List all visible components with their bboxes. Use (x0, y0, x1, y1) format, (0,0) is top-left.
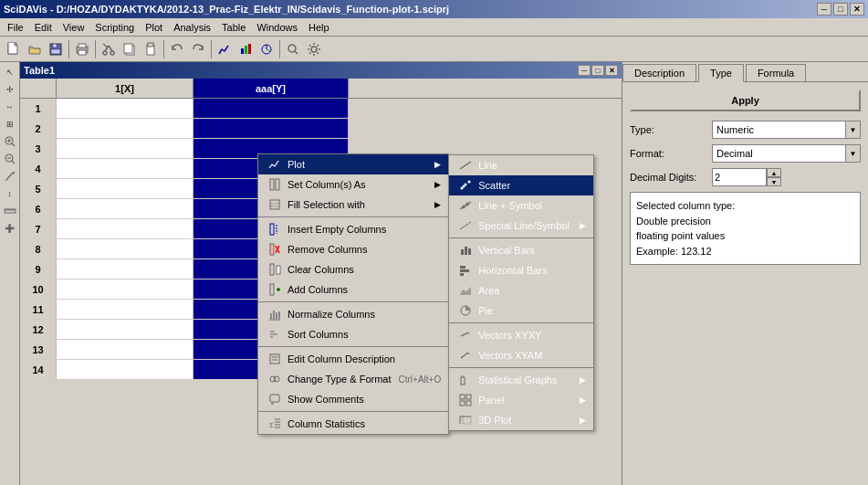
lt-arrow[interactable]: ↕ (2, 185, 18, 202)
menu-windows[interactable]: Windows (251, 18, 303, 37)
td-col1[interactable] (57, 300, 193, 319)
spin-up[interactable]: ▲ (767, 168, 781, 177)
stat-icon (456, 371, 475, 389)
menu-help[interactable]: Help (303, 18, 335, 37)
ctx-plot[interactable]: Plot ▶ Line (258, 154, 448, 174)
tab-formula[interactable]: Formula (746, 64, 806, 82)
tb-paste[interactable] (141, 39, 161, 59)
apply-button[interactable]: Apply (630, 90, 861, 111)
menu-edit[interactable]: Edit (29, 18, 58, 37)
tab-type[interactable]: Type (698, 64, 744, 82)
format-select[interactable]: Decimal ▼ (712, 144, 861, 163)
ctx-clear[interactable]: Clear Columns (258, 259, 448, 279)
lt-resize[interactable]: ↔ (2, 99, 18, 115)
tb-open[interactable] (25, 39, 45, 59)
submenu-3dplot[interactable]: 3D Plot ▶ (449, 410, 593, 430)
ctx-setcol[interactable]: Set Column(s) As ▶ (258, 174, 448, 195)
tb-zoom[interactable] (283, 39, 303, 59)
th-col2[interactable]: aaa[Y] (193, 79, 349, 98)
submenu-hbar[interactable]: Horizontal Bars (449, 260, 593, 280)
table-max-btn[interactable]: □ (591, 65, 604, 76)
td-col1[interactable] (57, 179, 193, 198)
lt-move[interactable]: ✢ (2, 81, 18, 98)
ctx-showcomments[interactable]: Show Comments (258, 389, 448, 409)
submenu-vbar[interactable]: Vertical Bars (449, 240, 593, 260)
table-row[interactable]: 1 (20, 99, 622, 119)
lt-grid[interactable]: ⊞ (2, 116, 18, 132)
tb-plot1[interactable] (214, 39, 235, 59)
td-col1[interactable] (57, 99, 193, 118)
tb-plot3[interactable] (256, 39, 277, 59)
td-col1[interactable] (57, 219, 193, 238)
ctx-sort[interactable]: Sort Columns (258, 324, 448, 344)
td-col2[interactable] (193, 119, 349, 138)
tb-undo[interactable] (167, 39, 187, 59)
tb-plot2[interactable] (235, 39, 256, 59)
lt-pencil[interactable] (2, 168, 18, 185)
ctx-addcol[interactable]: Add Columns (258, 279, 448, 300)
submenu-stat[interactable]: Statistical Graphs ▶ (449, 370, 593, 390)
table-row[interactable]: 2 (20, 119, 622, 139)
menu-table[interactable]: Table (216, 18, 251, 37)
submenu-vecxyxy[interactable]: Vectors XYXY (449, 325, 593, 345)
decimal-input[interactable] (712, 168, 767, 186)
lt-select[interactable]: ↖ (2, 64, 18, 80)
td-col2[interactable] (193, 99, 349, 118)
table-close-btn[interactable]: ✕ (605, 65, 618, 76)
submenu-special[interactable]: Special Line/Symbol ▶ (449, 216, 593, 236)
menu-file[interactable]: File (2, 18, 29, 37)
submenu-line[interactable]: Line (449, 155, 593, 175)
table-min-btn[interactable]: ─ (578, 65, 591, 76)
maximize-button[interactable]: □ (833, 3, 848, 16)
minimize-button[interactable]: ─ (817, 3, 831, 16)
menu-view[interactable]: View (58, 18, 90, 37)
submenu-panel[interactable]: Panel ▶ (449, 390, 593, 410)
td-col1[interactable] (57, 259, 193, 279)
tb-print[interactable] (72, 39, 92, 59)
close-button[interactable]: ✕ (850, 3, 864, 16)
td-col1[interactable] (57, 340, 193, 359)
tb-cut[interactable] (99, 39, 119, 59)
ctx-normalize[interactable]: Normalize Columns (258, 304, 448, 324)
submenu-linesymbol[interactable]: Line + Symbol (449, 195, 593, 216)
lt-zoom-out[interactable] (2, 151, 18, 167)
ctx-stats[interactable]: Σ Column Statistics (258, 414, 448, 434)
ctx-fill[interactable]: Fill Selection with ▶ (258, 195, 448, 215)
ctx-insert-empty[interactable]: Insert Empty Columns (258, 219, 448, 239)
tb-save[interactable] (46, 39, 66, 59)
td-col1[interactable] (57, 199, 193, 218)
td-col1[interactable] (57, 360, 193, 379)
type-select[interactable]: Numeric ▼ (712, 121, 861, 139)
submenu-pie[interactable]: Pie (449, 300, 593, 321)
ctx-changetype[interactable]: Change Type & Format Ctrl+Alt+O (258, 369, 448, 389)
menu-scripting[interactable]: Scripting (89, 18, 140, 37)
td-col1[interactable] (57, 320, 193, 339)
spin-down[interactable]: ▼ (767, 177, 781, 186)
submenu-vecxyam[interactable]: Vectors XYAM (449, 345, 593, 365)
submenu-area[interactable]: Area (449, 280, 593, 300)
td-col1[interactable] (57, 139, 193, 158)
lt-add[interactable]: ➕ (2, 220, 18, 237)
ctx-editdesc[interactable]: Edit Column Description (258, 349, 448, 369)
svg-rect-48 (461, 249, 464, 255)
td-col1[interactable] (57, 239, 193, 258)
ctx-sep3 (258, 346, 448, 347)
format-select-arrow[interactable]: ▼ (845, 145, 860, 162)
tb-new[interactable] (4, 39, 24, 59)
td-rownum: 2 (20, 119, 57, 138)
tb-redo[interactable] (188, 39, 208, 59)
lt-zoom-in[interactable] (2, 133, 18, 150)
menu-analysis[interactable]: Analysis (168, 18, 216, 37)
th-col1[interactable]: 1[X] (57, 79, 193, 98)
tab-description[interactable]: Description (622, 64, 696, 82)
td-col1[interactable] (57, 279, 193, 299)
menu-plot[interactable]: Plot (140, 18, 168, 37)
tb-settings[interactable] (304, 39, 324, 59)
submenu-scatter[interactable]: Scatter (449, 175, 593, 195)
type-select-arrow[interactable]: ▼ (845, 121, 860, 138)
td-col1[interactable] (57, 159, 193, 178)
td-col1[interactable] (57, 119, 193, 138)
tb-copy[interactable] (120, 39, 140, 59)
ctx-remove[interactable]: Remove Columns (258, 239, 448, 259)
lt-ruler[interactable] (2, 203, 18, 219)
